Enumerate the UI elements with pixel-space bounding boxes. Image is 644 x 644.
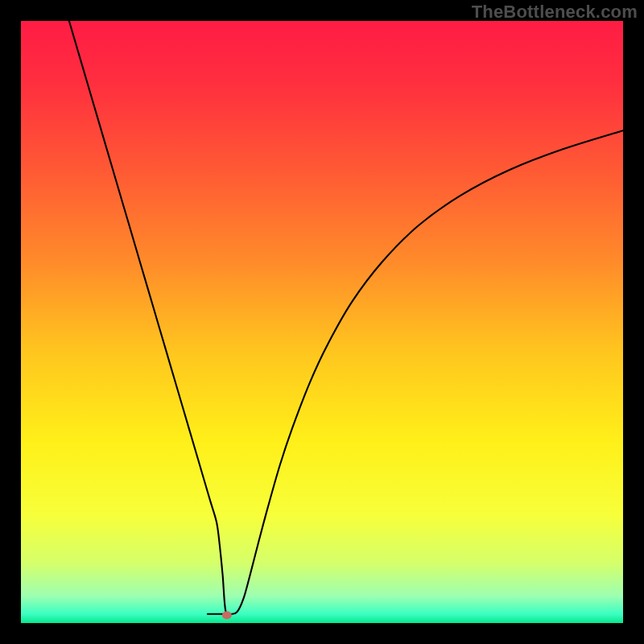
watermark-text: TheBottleneck.com (472, 2, 638, 23)
chart-frame: TheBottleneck.com (0, 0, 644, 644)
minimum-dot (222, 611, 232, 619)
gradient-background (21, 21, 623, 623)
bottleneck-chart (21, 21, 623, 623)
